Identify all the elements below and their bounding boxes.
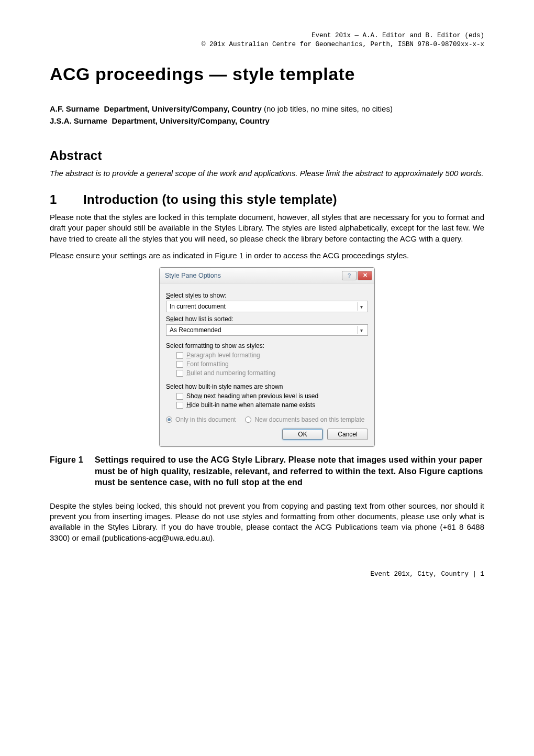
radio-icon xyxy=(166,417,172,423)
header-line1-suffix: A.A. Editor and B. Editor (eds) xyxy=(359,32,484,39)
section1-heading: 1Introduction (to using this style templ… xyxy=(50,192,484,207)
label-sort: Select how list is sorted: xyxy=(166,315,368,323)
document-title: ACG proceedings — style template xyxy=(50,64,484,84)
dialog-titlebar: Style Pane Options ? ✕ xyxy=(160,268,374,283)
select-styles-to-show[interactable]: In current document ▾ xyxy=(166,301,368,312)
figure1-image: Style Pane Options ? ✕ Select styles to … xyxy=(50,267,484,447)
group-formatting-title: Select formatting to show as styles: xyxy=(166,342,368,349)
radio-row-scope: Only in this document New documents base… xyxy=(166,416,368,423)
abstract-text: The abstract is to provide a general sco… xyxy=(50,168,484,179)
chevron-down-icon: ▾ xyxy=(357,326,365,334)
closing-paragraph: Despite the styles being locked, this sh… xyxy=(50,501,484,543)
section1-number: 1 xyxy=(50,192,83,207)
author1-affiliation: Department, University/Company, Country xyxy=(104,104,261,113)
style-pane-options-dialog: Style Pane Options ? ✕ Select styles to … xyxy=(159,267,375,447)
author1-note: (no job titles, no mine sites, no cities… xyxy=(262,104,393,113)
header-line1-dash: — xyxy=(354,32,359,39)
select-sort-value: As Recommended xyxy=(170,326,221,334)
radio-only-label: Only in this document xyxy=(175,416,236,423)
author2-affiliation: Department, University/Company, Country xyxy=(112,116,269,125)
checkbox-icon xyxy=(176,370,183,377)
checkbox-icon xyxy=(176,352,183,359)
checkbox-bullet-label: Bullet and numbering formatting xyxy=(186,369,275,377)
group-builtin-title: Select how built-in style names are show… xyxy=(166,383,368,390)
checkbox-font-label: Font formatting xyxy=(186,360,229,368)
checkbox-icon xyxy=(176,402,183,409)
section1-p1: Please note that the styles are locked i… xyxy=(50,212,484,244)
radio-new-label: New documents based on this template xyxy=(254,416,364,423)
author-line-2: J.S.A. Surname Department, University/Co… xyxy=(50,116,484,125)
select-sort-order[interactable]: As Recommended ▾ xyxy=(166,324,368,336)
label-select-styles: Select styles to show: xyxy=(166,292,368,299)
section1-title: Introduction (to using this style templa… xyxy=(83,192,337,206)
dialog-footer: OK Cancel xyxy=(166,429,368,440)
figure1-caption: Figure 1 Settings required to use the AC… xyxy=(50,454,484,488)
author-line-1: A.F. Surname Department, University/Comp… xyxy=(50,104,484,113)
figure1-label: Figure 1 xyxy=(50,454,95,488)
select-styles-value: In current document xyxy=(170,303,226,310)
chevron-down-icon: ▾ xyxy=(357,302,365,311)
checkbox-font-formatting[interactable]: Font formatting xyxy=(176,360,368,368)
checkbox-show-next-heading[interactable]: Show next heading when previous level is… xyxy=(176,392,368,400)
checkbox-show-next-label: Show next heading when previous level is… xyxy=(186,392,318,400)
header-meta: Event 201x — A.A. Editor and B. Editor (… xyxy=(50,31,484,49)
header-line2: © 201x Australian Centre for Geomechanic… xyxy=(202,41,484,48)
header-line1-prefix: Event 201x xyxy=(312,32,355,39)
dialog-body: Select styles to show: In current docume… xyxy=(160,283,374,446)
checkbox-paragraph-label: Paragraph level formatting xyxy=(186,352,260,359)
label-select-styles-u: S xyxy=(166,292,170,299)
checkbox-hide-builtin-label: Hide built-in name when alternate name e… xyxy=(186,401,315,409)
checkbox-bullet-formatting[interactable]: Bullet and numbering formatting xyxy=(176,369,368,377)
checkbox-hide-builtin[interactable]: Hide built-in name when alternate name e… xyxy=(176,401,368,409)
ok-button[interactable]: OK xyxy=(282,429,323,440)
page-footer: Event 201x, City, Country | 1 xyxy=(50,571,484,578)
radio-icon xyxy=(245,417,251,423)
abstract-heading: Abstract xyxy=(50,148,484,163)
radio-only-this-document[interactable]: Only in this document xyxy=(166,416,236,423)
label-sort-text: Select how list is sorted: xyxy=(166,315,233,323)
section1-p2: Please ensure your settings are as indic… xyxy=(50,250,484,261)
figure1-caption-text: Settings required to use the ACG Style L… xyxy=(95,454,484,488)
author1-name: A.F. Surname xyxy=(50,104,99,113)
author2-name: J.S.A. Surname xyxy=(50,116,107,125)
help-icon[interactable]: ? xyxy=(342,271,357,280)
cancel-button[interactable]: Cancel xyxy=(327,429,368,440)
authors-block: A.F. Surname Department, University/Comp… xyxy=(50,104,484,125)
checkbox-icon xyxy=(176,393,183,400)
dialog-title: Style Pane Options xyxy=(165,272,221,279)
close-icon[interactable]: ✕ xyxy=(358,271,372,280)
radio-new-documents[interactable]: New documents based on this template xyxy=(245,416,364,423)
checkbox-paragraph-formatting[interactable]: Paragraph level formatting xyxy=(176,352,368,359)
label-select-styles-rest: elect styles to show: xyxy=(170,292,226,299)
checkbox-icon xyxy=(176,361,183,368)
